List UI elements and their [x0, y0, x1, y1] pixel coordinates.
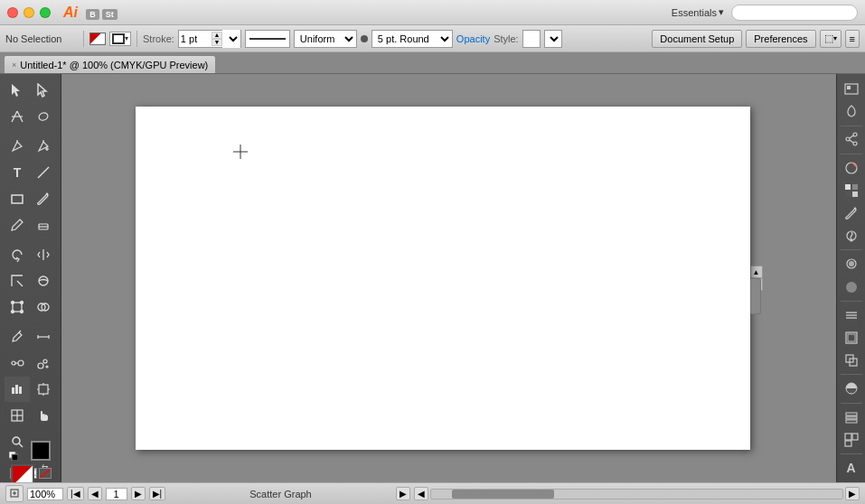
panel-separator-4 [841, 301, 862, 302]
main-area: T [0, 74, 865, 482]
none-button[interactable] [39, 468, 52, 479]
hand-tool[interactable] [31, 403, 56, 428]
tool-row-6 [5, 212, 56, 238]
pen-tool[interactable] [5, 134, 30, 159]
swatches-panel-button[interactable] [839, 180, 864, 201]
style-swatch[interactable] [522, 30, 541, 48]
svg-point-28 [12, 361, 15, 365]
scale-tool[interactable] [5, 268, 30, 294]
slice-tool[interactable] [5, 403, 30, 428]
opacity-link[interactable]: Opacity [456, 33, 490, 44]
fill-color-swatch[interactable] [89, 33, 106, 45]
char-panel-button[interactable]: A [839, 457, 864, 479]
hscroll-left-button[interactable]: ◀ [414, 487, 428, 500]
eraser-tool[interactable] [31, 212, 56, 238]
prev-page-button[interactable]: ◀ [88, 487, 102, 500]
symbol-sprayer-tool[interactable] [31, 350, 56, 376]
column-graph-tool[interactable] [5, 377, 30, 402]
shape-builder-tool[interactable] [31, 294, 56, 320]
preferences-button[interactable]: Preferences [746, 30, 815, 48]
measure-tool[interactable] [31, 324, 56, 350]
appearance-panel-button[interactable] [839, 276, 864, 298]
toolbar-separator-1 [83, 31, 84, 47]
eyedropper-tool[interactable] [5, 324, 30, 350]
svg-line-46 [19, 443, 23, 447]
pencil-tool[interactable] [5, 212, 30, 238]
panel-separator-7 [841, 453, 862, 454]
scroll-up-button[interactable]: ▲ [750, 266, 763, 278]
play-button[interactable]: ▶ [396, 487, 410, 500]
magic-wand-tool[interactable] [5, 104, 30, 129]
align-panel-button[interactable] [839, 304, 864, 326]
tab-close-button[interactable]: × [12, 61, 16, 70]
artboard-tool[interactable] [31, 377, 56, 402]
layers-panel-button[interactable] [839, 406, 864, 427]
last-page-button[interactable]: ▶| [149, 487, 166, 500]
svg-point-56 [846, 137, 850, 141]
tool-row-8 [5, 268, 56, 294]
export-button[interactable] [5, 485, 24, 502]
warp-tool[interactable] [31, 268, 56, 294]
tool-row-10 [5, 324, 56, 350]
vertical-scrollbar[interactable]: ▲ ▼ [750, 266, 763, 291]
transform-panel-button[interactable] [839, 327, 864, 349]
transparency-panel-button[interactable] [839, 378, 864, 399]
hscroll-thumb[interactable] [452, 490, 555, 499]
page-input[interactable] [106, 488, 127, 500]
cap-select[interactable]: 5 pt. Round [371, 30, 453, 48]
style-select[interactable]: ▾ [544, 30, 562, 48]
line-segment-tool[interactable] [31, 160, 56, 185]
more-options-button[interactable]: ≡ [845, 30, 860, 48]
free-transform-tool[interactable] [5, 294, 30, 320]
stroke-width-up[interactable]: ▲ [212, 32, 222, 39]
minimize-button[interactable] [24, 7, 34, 18]
essentials-button[interactable]: Essentials ▾ [672, 6, 724, 18]
fill-well[interactable] [11, 464, 34, 482]
default-colors-icon[interactable] [9, 452, 20, 462]
selection-tool[interactable] [5, 78, 30, 103]
hscroll-track[interactable] [430, 489, 843, 499]
fill-stroke-swatch[interactable] [89, 33, 106, 45]
brushes-panel-button[interactable] [839, 202, 864, 224]
symbols-panel-button[interactable] [839, 225, 864, 247]
style-label: Style: [494, 33, 519, 44]
stroke-width-down[interactable]: ▼ [212, 39, 222, 46]
add-anchor-tool[interactable] [31, 134, 56, 159]
artboards-panel-button[interactable] [839, 429, 864, 451]
next-page-button[interactable]: ▶ [131, 487, 146, 500]
stroke-unit-select[interactable]: pt [222, 30, 240, 48]
graphic-styles-panel-button[interactable] [839, 253, 864, 275]
maximize-button[interactable] [40, 7, 51, 18]
first-page-button[interactable]: |◀ [67, 487, 84, 500]
search-input[interactable] [731, 5, 858, 21]
rect-tool[interactable] [5, 186, 30, 211]
libraries-panel-button[interactable] [839, 100, 864, 122]
stroke-well[interactable] [31, 441, 51, 461]
properties-panel-button[interactable] [839, 78, 864, 99]
zoom-tool[interactable] [5, 429, 30, 454]
badge-b: B [86, 9, 99, 20]
stroke-style-dropdown[interactable]: ▾ [109, 32, 131, 46]
lasso-tool[interactable] [31, 104, 56, 129]
direct-selection-tool[interactable] [31, 78, 56, 103]
close-button[interactable] [7, 7, 18, 18]
pathfinder-panel-button[interactable] [839, 350, 864, 371]
type-tool[interactable]: T [5, 160, 30, 185]
tab-title: Untitled-1* @ 100% (CMYK/GPU Preview) [20, 60, 208, 70]
rotate-tool[interactable] [5, 242, 30, 267]
stroke-width-input[interactable] [179, 33, 212, 44]
arrange-icon-button[interactable]: ⬚ ▾ [820, 30, 841, 48]
share-panel-button[interactable] [839, 128, 864, 150]
zoom-input[interactable] [27, 488, 63, 500]
left-toolbar: T [0, 74, 61, 482]
uniform-select[interactable]: Uniform [294, 30, 357, 48]
tabbar: × Untitled-1* @ 100% (CMYK/GPU Preview) [0, 52, 865, 74]
scroll-thumb[interactable] [750, 278, 761, 314]
document-setup-button[interactable]: Document Setup [652, 30, 742, 48]
color-panel-button[interactable] [839, 156, 864, 178]
hscroll-right-button[interactable]: ▶ [845, 487, 860, 500]
document-tab[interactable]: × Untitled-1* @ 100% (CMYK/GPU Preview) [4, 55, 216, 73]
blend-tool[interactable] [5, 350, 30, 376]
paintbrush-tool[interactable] [31, 186, 56, 211]
reflect-tool[interactable] [31, 242, 56, 267]
